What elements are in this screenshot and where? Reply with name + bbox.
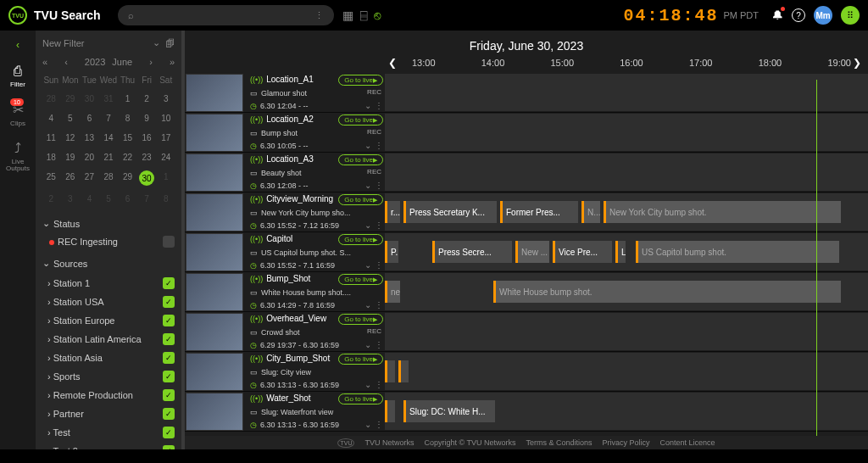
source-check-icon[interactable]: ✓	[163, 408, 175, 420]
source-item[interactable]: › Sports✓	[42, 367, 175, 386]
more-icon[interactable]: ⋮	[375, 420, 383, 429]
timeline-clip[interactable]: US Capitol bump shot.	[636, 241, 839, 263]
cal-day[interactable]: 15	[119, 129, 136, 147]
expand-icon[interactable]: ⌄	[364, 380, 371, 389]
source-item[interactable]: › Remote Production✓	[42, 386, 175, 404]
expand-icon[interactable]: ⌄	[364, 300, 371, 310]
expand-icon[interactable]: ⌄	[364, 260, 371, 270]
more-icon[interactable]: ⋮	[375, 380, 383, 389]
cal-day[interactable]: 8	[119, 109, 136, 127]
timeline-clip[interactable]	[398, 360, 409, 382]
grid-view-icon[interactable]: ▦	[342, 8, 353, 22]
stream-thumbnail[interactable]	[186, 114, 243, 152]
more-icon[interactable]: ⋮	[375, 101, 383, 110]
go-live-button[interactable]: Go to live▶	[338, 75, 383, 86]
cal-day[interactable]: 16	[138, 129, 156, 147]
cal-prev[interactable]: ‹	[64, 57, 68, 67]
stream-timeline[interactable]	[385, 74, 868, 111]
stream-thumbnail[interactable]	[186, 393, 243, 431]
cal-day[interactable]: 29	[119, 168, 136, 188]
cal-day[interactable]: 5	[100, 190, 118, 208]
stream-thumbnail[interactable]	[186, 353, 243, 391]
footer-link-terms[interactable]: Terms & Conditions	[526, 438, 592, 447]
rail-item-live-outputs[interactable]: ⤴Live Outputs	[0, 141, 36, 174]
timeline-clip[interactable]	[385, 360, 395, 382]
cal-day[interactable]: 30	[138, 168, 156, 188]
cal-next[interactable]: ›	[149, 57, 153, 67]
playhead[interactable]	[816, 80, 817, 436]
sources-header[interactable]: ⌄Sources	[42, 258, 175, 269]
cal-day[interactable]: 8	[157, 190, 175, 208]
source-item[interactable]: › Station Europe✓	[42, 311, 175, 330]
timeline-clip[interactable]: N...	[581, 201, 600, 223]
cal-day[interactable]: 10	[157, 109, 175, 127]
stream-thumbnail[interactable]	[186, 233, 243, 271]
stream-thumbnail[interactable]	[186, 193, 243, 232]
status-checkbox[interactable]	[163, 236, 175, 248]
timeline-clip[interactable]: White House bump shot.	[493, 281, 841, 303]
stream-timeline[interactable]: P.Press Secre...New ...Vice Pre...LUS Ca…	[385, 233, 868, 271]
cal-day[interactable]: 4	[81, 190, 98, 208]
apps-icon[interactable]: ⠿	[841, 6, 860, 25]
cal-day[interactable]: 1	[119, 90, 136, 108]
time-next[interactable]: ❯	[853, 57, 861, 69]
cal-day[interactable]: 27	[81, 168, 98, 188]
timeline-clip[interactable]: Former Pres...	[500, 201, 578, 223]
cal-day[interactable]: 20	[81, 148, 98, 166]
cal-day[interactable]: 6	[81, 109, 98, 127]
stream-thumbnail[interactable]	[186, 74, 243, 112]
cal-day[interactable]: 7	[138, 190, 156, 208]
go-live-button[interactable]: Go to live▶	[338, 314, 383, 325]
expand-icon[interactable]: ⌄	[364, 141, 371, 150]
source-check-icon[interactable]: ✓	[163, 296, 175, 308]
help-icon[interactable]: ?	[792, 8, 805, 22]
cal-day[interactable]: 28	[42, 90, 60, 108]
cal-day[interactable]: 31	[100, 90, 118, 108]
go-live-button[interactable]: Go to live▶	[338, 114, 383, 126]
expand-icon[interactable]: ⌄	[364, 340, 371, 349]
timeline-clip[interactable]: Vice Pre...	[553, 241, 612, 263]
source-item[interactable]: › Partner✓	[42, 404, 175, 423]
source-item[interactable]: › Station USA✓	[42, 293, 175, 311]
stream-timeline[interactable]: Slug: DC: White H...	[385, 393, 868, 430]
cal-day[interactable]: 29	[62, 90, 80, 108]
cal-day[interactable]: 12	[62, 129, 80, 147]
expand-icon[interactable]: ⌄	[364, 101, 371, 110]
go-live-button[interactable]: Go to live▶	[338, 234, 383, 245]
cal-day[interactable]: 18	[42, 148, 60, 166]
live-icon[interactable]: ⎋	[374, 8, 381, 22]
timeline-clip[interactable]: New ...	[515, 241, 549, 263]
cal-day[interactable]: 5	[62, 109, 80, 127]
cal-day[interactable]: 30	[81, 90, 98, 108]
cal-day[interactable]: 24	[157, 148, 175, 166]
timeline-clip[interactable]	[385, 400, 395, 422]
stream-timeline[interactable]: neWhite House bump shot.	[385, 273, 868, 310]
cal-day[interactable]: 26	[62, 168, 80, 188]
chevron-down-icon[interactable]: ⌄	[153, 37, 160, 48]
cal-day[interactable]: 17	[157, 129, 175, 147]
notifications-icon[interactable]: 🔔︎	[771, 8, 783, 22]
timeline-clip[interactable]: Press Secretary K...	[403, 201, 497, 223]
more-icon[interactable]: ⋮	[375, 260, 383, 270]
cal-day[interactable]: 22	[119, 148, 136, 166]
more-icon[interactable]: ⋮	[375, 300, 383, 310]
timeline-clip[interactable]: Press Secre...	[432, 241, 512, 263]
source-check-icon[interactable]: ✓	[163, 277, 175, 289]
go-live-button[interactable]: Go to live▶	[338, 354, 383, 365]
timeline-clip[interactable]: P.	[385, 241, 398, 263]
source-item[interactable]: › Station Latin America✓	[42, 330, 175, 349]
stream-timeline[interactable]: r...Press Secretary K...Former Pres...N.…	[385, 193, 868, 231]
footer-link-licence[interactable]: Content Licence	[660, 438, 715, 447]
cal-day[interactable]: 11	[42, 129, 60, 147]
status-header[interactable]: ⌄Status	[42, 218, 175, 229]
stream-thumbnail[interactable]	[186, 313, 243, 351]
rail-item-clips[interactable]: ✂Clips10	[10, 102, 25, 128]
source-item[interactable]: › Station Asia✓	[42, 349, 175, 367]
source-check-icon[interactable]: ✓	[163, 333, 175, 345]
more-icon[interactable]: ⋮	[375, 141, 383, 150]
stream-timeline[interactable]	[385, 353, 868, 390]
cal-day[interactable]: 9	[138, 109, 156, 127]
save-filter-icon[interactable]: 🗐	[165, 38, 175, 48]
cal-day[interactable]: 28	[100, 168, 118, 188]
display-icon[interactable]: ⌸	[360, 8, 367, 22]
